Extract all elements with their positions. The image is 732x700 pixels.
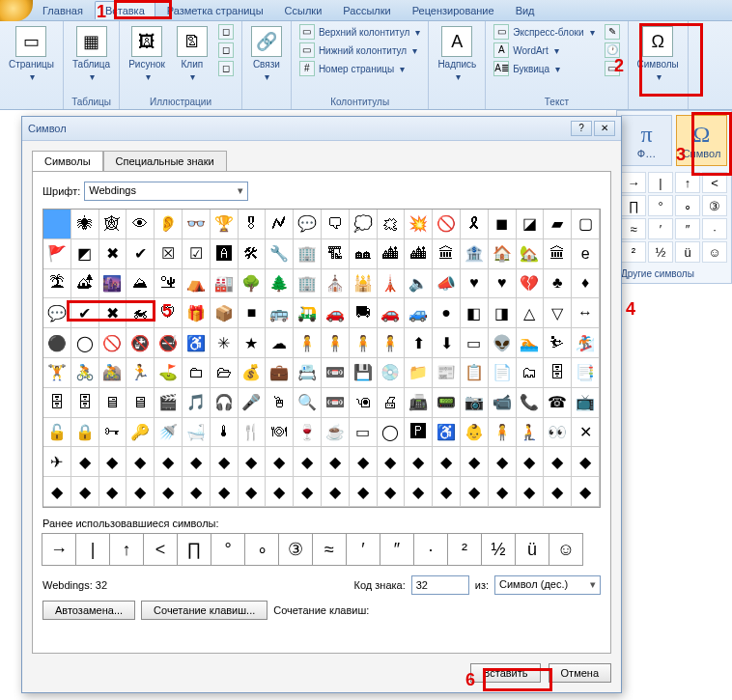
symbol-cell[interactable]: 🗀 [183, 358, 211, 388]
symbol-cell[interactable]: 🏠 [489, 239, 517, 269]
symbol-cell[interactable]: 🔈 [405, 269, 433, 299]
symbol-cell[interactable]: 🏡 [517, 239, 545, 269]
symbol-cell[interactable]: ◆ [211, 477, 239, 507]
symbol-cell[interactable]: 🎁 [183, 298, 211, 328]
symbol-cell[interactable]: ◆ [572, 447, 600, 477]
shortcut-button[interactable]: Сочетание клавиш... [141, 601, 267, 620]
symbol-cell[interactable]: ◩ [71, 239, 99, 269]
symbol-cell[interactable]: 🧎 [517, 418, 545, 448]
recent-symbol-cell[interactable]: | [75, 533, 110, 566]
symbol-cell[interactable]: 👀 [544, 418, 572, 448]
symbol-cell[interactable]: ◆ [405, 477, 433, 507]
symbol-cell[interactable]: 🅿 [405, 418, 433, 448]
symbol-cell[interactable]: ♥ [489, 269, 517, 299]
symbol-cell[interactable]: ✕ [572, 418, 600, 448]
symbol-cell[interactable]: 💥 [405, 210, 433, 239]
symbol-cell[interactable]: 🏝 [43, 269, 71, 299]
symbol-cell[interactable]: ◆ [43, 477, 71, 507]
symbol-cell[interactable]: 🚙 [405, 298, 433, 328]
symbol-cell[interactable]: 🗲 [266, 210, 294, 239]
symbol-cell[interactable]: ✖ [99, 298, 127, 328]
recent-symbol-cell[interactable]: ↑ [109, 533, 144, 566]
ribbon-small-button[interactable]: ▭Экспресс-блоки▾ [490, 23, 598, 41]
symbol-cell[interactable]: ✖ [99, 239, 127, 269]
symbol-cell[interactable]: ✔ [127, 239, 155, 269]
quick-symbol-cell[interactable]: ½ [648, 241, 673, 263]
symbol-cell[interactable]: 🚫 [433, 210, 461, 239]
symbol-cell[interactable]: ◆ [211, 447, 239, 477]
ribbon-tab[interactable]: Ссылки [275, 2, 332, 19]
symbol-cell[interactable]: ◆ [239, 447, 267, 477]
ribbon-big-button[interactable]: 🖼Рисунок▾ [124, 23, 170, 85]
symbol-cell[interactable]: 🗄 [43, 388, 71, 418]
help-icon[interactable]: ? [571, 121, 592, 136]
quick-symbol-cell[interactable]: · [702, 218, 727, 239]
symbol-cell[interactable]: 🏂 [572, 328, 600, 358]
ribbon-big-button[interactable]: ▭Страницы▾ [4, 23, 59, 85]
ribbon-big-button[interactable]: 🔗Связи▾ [246, 23, 287, 85]
recent-symbol-cell[interactable]: · [413, 533, 448, 566]
symbol-cell[interactable]: ◆ [99, 447, 127, 477]
symbol-cell[interactable]: 🚗 [378, 298, 406, 328]
symbol-cell[interactable]: ◧ [461, 298, 489, 328]
recent-symbol-cell[interactable]: ° [211, 533, 245, 566]
symbol-cell[interactable]: 🔍 [294, 388, 322, 418]
ribbon-small-button[interactable]: A≣Буквица▾ [490, 60, 598, 77]
symbol-cell[interactable]: 🗼 [378, 269, 406, 299]
symbol-cell[interactable]: 🧍 [378, 328, 406, 358]
symbol-cell[interactable]: 👽 [489, 328, 517, 358]
symbol-cell[interactable]: ▢ [572, 210, 600, 239]
symbol-cell[interactable]: 🗨 [322, 210, 350, 239]
symbol-cell[interactable]: 🖥 [127, 388, 155, 418]
symbol-cell[interactable]: 🍽 [266, 418, 294, 448]
ribbon-small-button[interactable]: ◻ [214, 42, 238, 59]
symbol-cell[interactable]: 📦 [211, 298, 239, 328]
equation-button[interactable]: πФ… [621, 115, 672, 166]
tab-special-chars[interactable]: Специальные знаки [103, 151, 227, 172]
symbol-cell[interactable]: 🗝 [99, 418, 127, 448]
ribbon-big-button[interactable]: ▦Таблица▾ [68, 23, 115, 85]
symbol-cell[interactable]: 📹 [489, 388, 517, 418]
quick-symbol-cell[interactable]: ☺ [702, 241, 727, 263]
symbol-cell[interactable]: 🚌 [266, 298, 294, 328]
symbol-cell[interactable]: ☒ [155, 239, 183, 269]
symbol-cell[interactable]: ◆ [433, 477, 461, 507]
font-select[interactable]: Webdings [84, 182, 248, 201]
symbol-cell[interactable]: ◆ [155, 477, 183, 507]
symbol-cell[interactable]: 📠 [405, 388, 433, 418]
symbol-cell[interactable]: 🚱 [127, 328, 155, 358]
symbol-cell[interactable]: ◆ [127, 477, 155, 507]
symbol-cell[interactable]: 👁 [127, 210, 155, 239]
symbol-cell[interactable]: 🌡 [211, 418, 239, 448]
recent-symbol-cell[interactable]: ″ [380, 533, 414, 566]
symbol-cell[interactable]: ◆ [517, 477, 545, 507]
symbol-cell[interactable]: ◆ [127, 447, 155, 477]
symbol-cell[interactable]: ⚫ [43, 328, 71, 358]
symbol-cell[interactable]: 🏭 [211, 269, 239, 299]
quick-symbol-cell[interactable]: ③ [702, 195, 727, 216]
ribbon-tab[interactable]: Рассылки [333, 2, 400, 19]
symbol-cell[interactable]: ◆ [544, 477, 572, 507]
symbol-cell[interactable]: 🏙 [378, 239, 406, 269]
symbol-cell[interactable]: 🚴 [71, 358, 99, 388]
quick-symbol-cell[interactable]: ∏ [621, 195, 646, 216]
symbol-cell[interactable]: ▰ [544, 210, 572, 239]
dialog-titlebar[interactable]: Символ ? ✕ [22, 117, 621, 141]
symbol-cell[interactable]: 📄 [489, 358, 517, 388]
symbol-cell[interactable]: 🎵 [183, 388, 211, 418]
symbol-cell[interactable]: ◆ [433, 447, 461, 477]
symbol-cell[interactable]: ★ [239, 328, 267, 358]
symbol-cell[interactable]: 📰 [433, 358, 461, 388]
ribbon-small-button[interactable]: AWordArt▾ [490, 42, 598, 59]
symbol-cell[interactable]: 🛠 [239, 239, 267, 269]
symbol-cell[interactable]: 🕸 [99, 210, 127, 239]
symbol-cell[interactable]: ♿ [433, 418, 461, 448]
symbol-cell[interactable]: ◆ [489, 447, 517, 477]
symbol-cell[interactable]: ♣ [544, 269, 572, 299]
symbol-cell[interactable]: 🚫 [99, 328, 127, 358]
symbol-cell[interactable]: 🍴 [239, 418, 267, 448]
symbol-cell[interactable]: 🚵 [99, 358, 127, 388]
recent-symbol-cell[interactable]: ² [447, 533, 482, 566]
symbol-cell[interactable]: ♦ [572, 269, 600, 299]
symbol-cell[interactable]: ✳ [211, 328, 239, 358]
